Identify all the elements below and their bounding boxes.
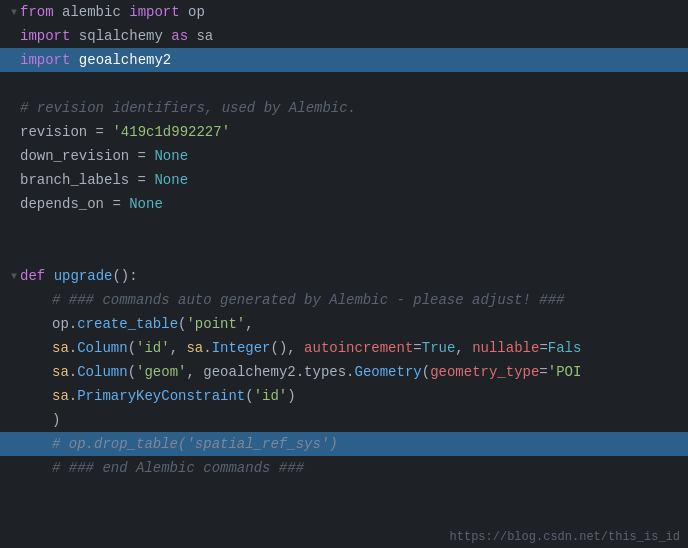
line-12-content: def upgrade():: [20, 268, 688, 284]
fold-11: [8, 247, 20, 258]
fold-14: [8, 319, 20, 330]
line-16-content: sa.Column('geom', geoalchemy2.types.Geom…: [20, 364, 688, 380]
fold-3: [8, 55, 20, 66]
code-line-11: [0, 240, 688, 264]
code-line-3: import geoalchemy2: [0, 48, 688, 72]
code-line-9: depends_on = None: [0, 192, 688, 216]
code-editor: ▼ from alembic import op import sqlalche…: [0, 0, 688, 548]
fold-16: [8, 367, 20, 378]
code-line-19: # op.drop_table('spatial_ref_sys'): [0, 432, 688, 456]
line-5-content: # revision identifiers, used by Alembic.: [20, 100, 688, 116]
fold-17: [8, 391, 20, 402]
line-6-content: revision = '419c1d992227': [20, 124, 688, 140]
line-7-content: down_revision = None: [20, 148, 688, 164]
code-line-20: # ### end Alembic commands ###: [0, 456, 688, 480]
fold-6: [8, 127, 20, 138]
line-1-content: from alembic import op: [20, 4, 688, 20]
fold-13: [8, 295, 20, 306]
line-20-content: # ### end Alembic commands ###: [20, 460, 688, 476]
fold-7: [8, 151, 20, 162]
line-13-content: # ### commands auto generated by Alembic…: [20, 292, 688, 308]
fold-15: [8, 343, 20, 354]
code-line-17: sa.PrimaryKeyConstraint('id'): [0, 384, 688, 408]
line-9-content: depends_on = None: [20, 196, 688, 212]
url-text: https://blog.csdn.net/this_is_id: [450, 530, 680, 544]
fold-9: [8, 199, 20, 210]
line-3-content: import geoalchemy2: [20, 52, 688, 68]
line-19-content: # op.drop_table('spatial_ref_sys'): [20, 436, 688, 452]
code-line-2: import sqlalchemy as sa: [0, 24, 688, 48]
line-18-content: ): [20, 412, 688, 428]
code-line-12: ▼ def upgrade():: [0, 264, 688, 288]
fold-10: [8, 223, 20, 234]
fold-1[interactable]: ▼: [8, 7, 20, 18]
fold-12[interactable]: ▼: [8, 271, 20, 282]
bottom-url: https://blog.csdn.net/this_is_id: [442, 526, 688, 548]
fold-19: [8, 439, 20, 450]
fold-20: [8, 463, 20, 474]
code-line-16: sa.Column('geom', geoalchemy2.types.Geom…: [0, 360, 688, 384]
fold-5: [8, 103, 20, 114]
line-17-content: sa.PrimaryKeyConstraint('id'): [20, 388, 688, 404]
fold-2: [8, 31, 20, 42]
code-line-15: sa.Column('id', sa.Integer(), autoincrem…: [0, 336, 688, 360]
line-8-content: branch_labels = None: [20, 172, 688, 188]
fold-8: [8, 175, 20, 186]
code-line-7: down_revision = None: [0, 144, 688, 168]
code-line-18: ): [0, 408, 688, 432]
code-line-6: revision = '419c1d992227': [0, 120, 688, 144]
code-line-5: # revision identifiers, used by Alembic.: [0, 96, 688, 120]
code-line-13: # ### commands auto generated by Alembic…: [0, 288, 688, 312]
code-line-10: [0, 216, 688, 240]
code-line-14: op.create_table('point',: [0, 312, 688, 336]
code-line-1: ▼ from alembic import op: [0, 0, 688, 24]
fold-4: [8, 79, 20, 90]
code-line-8: branch_labels = None: [0, 168, 688, 192]
line-2-content: import sqlalchemy as sa: [20, 28, 688, 44]
line-14-content: op.create_table('point',: [20, 316, 688, 332]
fold-18: [8, 415, 20, 426]
code-line-4: [0, 72, 688, 96]
line-15-content: sa.Column('id', sa.Integer(), autoincrem…: [20, 340, 688, 356]
